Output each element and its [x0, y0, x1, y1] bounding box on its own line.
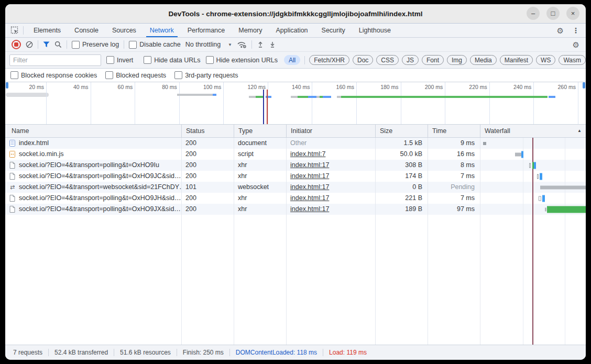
- column-header-status[interactable]: Status: [181, 125, 234, 137]
- waterfall-bar: [534, 162, 536, 169]
- record-network-log-button[interactable]: [12, 40, 21, 49]
- timeline-gridline: [268, 82, 268, 124]
- throttling-dropdown[interactable]: No throttling▼: [185, 41, 232, 48]
- title-bar: DevTools - chrome-extension://jdgkbifmkk…: [5, 4, 586, 24]
- filter-pill-font[interactable]: Font: [422, 55, 444, 65]
- overview-request-bar: [308, 96, 316, 98]
- tab-elements[interactable]: Elements: [27, 24, 68, 37]
- import-har-icon[interactable]: [257, 41, 264, 48]
- hide-extension-urls-checkbox[interactable]: Hide extension URLs: [206, 56, 278, 64]
- disable-cache-checkbox[interactable]: Disable cache: [129, 41, 181, 49]
- initiator-link[interactable]: index.html:17: [290, 183, 329, 191]
- request-time: Pending: [428, 182, 480, 193]
- dcl-event-line: [263, 90, 264, 124]
- table-row[interactable]: socket.io/?EIO=4&transport=polling&t=OxH…: [5, 160, 586, 171]
- invert-checkbox[interactable]: Invert: [106, 56, 133, 64]
- tab-lighthouse[interactable]: Lighthouse: [352, 24, 398, 37]
- filter-input[interactable]: [9, 54, 101, 66]
- overview-request-bar: [213, 94, 216, 96]
- request-size: 0 B: [375, 182, 428, 193]
- tab-console[interactable]: Console: [68, 24, 105, 37]
- search-icon[interactable]: [54, 41, 62, 48]
- request-status: 200: [181, 171, 234, 182]
- request-size: 221 B: [375, 193, 428, 204]
- tab-performance[interactable]: Performance: [181, 24, 232, 37]
- checkbox: [174, 71, 182, 79]
- network-overview-timeline[interactable]: 20 ms40 ms60 ms80 ms100 ms120 ms140 ms16…: [5, 82, 586, 125]
- column-header-initiator[interactable]: Initiator: [286, 125, 375, 137]
- transferred-size: 52.4 kB transferred: [49, 349, 114, 356]
- timeline-gridline: [135, 82, 135, 124]
- tab-network[interactable]: Network: [143, 24, 181, 37]
- initiator-link[interactable]: index.html:17: [290, 205, 329, 213]
- initiator-link[interactable]: index.html:7: [290, 150, 325, 158]
- close-button[interactable]: ×: [566, 7, 579, 20]
- filter-pill-fetch-xhr[interactable]: Fetch/XHR: [309, 55, 349, 65]
- timeline-gridline: [312, 82, 312, 124]
- filter-pill-manifest[interactable]: Manifest: [500, 55, 533, 65]
- inspect-element-icon[interactable]: [10, 26, 19, 35]
- waterfall-bar: [540, 185, 586, 189]
- tab-sources[interactable]: Sources: [105, 24, 143, 37]
- table-row[interactable]: index.html 200 document Other 1.5 kB 9 m…: [5, 138, 586, 149]
- tab-memory[interactable]: Memory: [232, 24, 269, 37]
- filter-pill-css[interactable]: CSS: [376, 55, 399, 65]
- request-name: socket.io/?EIO=4&transport=websocket&sid…: [19, 182, 181, 193]
- resources-size: 51.6 kB resources: [114, 349, 177, 356]
- overview-scroll-thumb[interactable]: [6, 93, 49, 97]
- third-party-requests-checkbox[interactable]: 3rd-party requests: [174, 71, 238, 79]
- checkbox: [72, 41, 80, 49]
- waterfall-cell: [480, 204, 586, 215]
- timeline-gridline: [533, 82, 534, 124]
- tab-application[interactable]: Application: [269, 24, 314, 37]
- request-name: socket.io/?EIO=4&transport=polling&t=OxH…: [19, 160, 159, 171]
- overview-request-bar: [337, 96, 341, 98]
- clear-network-log-icon[interactable]: [26, 41, 33, 48]
- initiator-link[interactable]: index.html:17: [290, 172, 329, 180]
- request-type: script: [234, 149, 286, 160]
- table-row[interactable]: socket.io/?EIO=4&transport=polling&t=OxH…: [5, 193, 586, 204]
- table-row[interactable]: socket.io/?EIO=4&transport=polling&t=OxH…: [5, 204, 586, 215]
- waterfall-bar: [545, 207, 546, 211]
- preserve-log-checkbox[interactable]: Preserve log: [72, 41, 119, 49]
- blocked-requests-checkbox[interactable]: Blocked requests: [105, 71, 166, 79]
- overview-left-handle[interactable]: [6, 82, 8, 89]
- filter-pill-all[interactable]: All: [284, 55, 300, 65]
- filter-pill-img[interactable]: Img: [447, 55, 467, 65]
- divider: [67, 40, 67, 49]
- minimize-button[interactable]: –: [527, 7, 540, 20]
- filter-pill-doc[interactable]: Doc: [353, 55, 373, 65]
- filter-pill-ws[interactable]: WS: [536, 55, 555, 65]
- filter-pill-wasm[interactable]: Wasm: [559, 55, 586, 65]
- filter-pill-media[interactable]: Media: [470, 55, 497, 65]
- waterfall-cell: [480, 160, 586, 171]
- network-settings-gear-icon[interactable]: ⚙: [573, 41, 579, 49]
- export-har-icon[interactable]: [269, 41, 276, 48]
- column-header-time[interactable]: Time: [428, 125, 480, 137]
- blocked-response-cookies-checkbox[interactable]: Blocked response cookies: [10, 71, 97, 79]
- request-status: 200: [181, 204, 234, 215]
- tab-security[interactable]: Security: [315, 24, 352, 37]
- overview-right-handle[interactable]: [583, 82, 585, 89]
- network-conditions-icon[interactable]: [237, 41, 247, 49]
- maximize-button[interactable]: □: [546, 7, 560, 20]
- more-options-icon[interactable]: ⋮: [572, 26, 579, 35]
- table-row[interactable]: socket.io/?EIO=4&transport=polling&t=OxH…: [5, 171, 586, 182]
- initiator-link[interactable]: index.html:17: [290, 161, 329, 169]
- filter-pill-js[interactable]: JS: [402, 55, 419, 65]
- requests-table-header: Name Status Type Initiator Size Time Wat…: [5, 125, 586, 138]
- column-header-waterfall[interactable]: Waterfall▲: [480, 125, 586, 137]
- settings-gear-icon[interactable]: ⚙: [557, 27, 564, 35]
- table-row[interactable]: socket.io.min.js 200 script index.html:7…: [5, 149, 586, 160]
- column-header-size[interactable]: Size: [375, 125, 428, 137]
- filter-funnel-icon[interactable]: [43, 41, 50, 48]
- table-row[interactable]: ⇄socket.io/?EIO=4&transport=websocket&si…: [5, 182, 586, 193]
- overview-request-bar: [323, 96, 331, 98]
- hide-data-urls-checkbox[interactable]: Hide data URLs: [144, 56, 200, 64]
- column-header-name[interactable]: Name: [5, 125, 181, 137]
- sort-ascending-icon: ▲: [577, 125, 582, 137]
- initiator-link[interactable]: index.html:17: [290, 194, 329, 202]
- request-name: socket.io.min.js: [19, 149, 63, 160]
- column-header-type[interactable]: Type: [234, 125, 286, 137]
- chevron-down-icon: ▼: [228, 42, 232, 47]
